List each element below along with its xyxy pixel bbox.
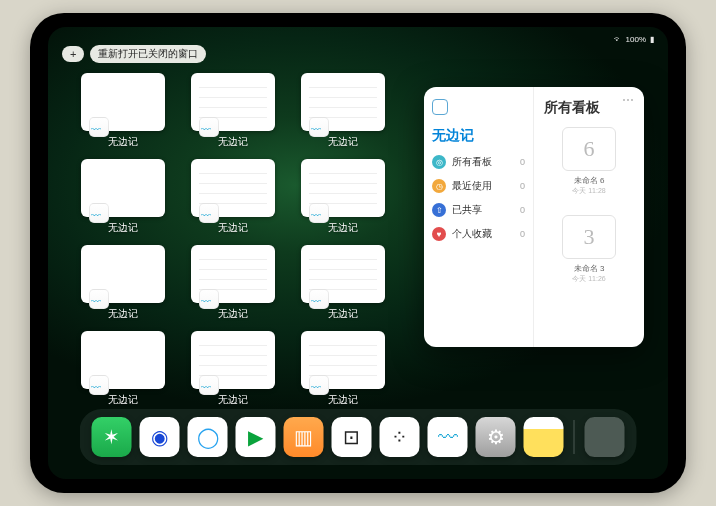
thumbnail-label: 无边记	[218, 221, 248, 235]
board-time: 今天 11:28	[546, 186, 632, 196]
panel-sidebar: 无边记 ◎所有看板0◷最近使用0⇧已共享0♥个人收藏0	[424, 87, 534, 347]
freeform-badge-icon: 〰	[311, 124, 321, 135]
sidebar-item-label: 最近使用	[452, 179, 492, 193]
freeform-badge-icon: 〰	[91, 210, 101, 221]
sidebar-item-已共享[interactable]: ⇧已共享0	[432, 203, 525, 217]
top-pill-row: + 重新打开已关闭的窗口	[62, 45, 206, 63]
panel-content: ⋯ 所有看板 6未命名 6今天 11:283未命名 3今天 11:26	[534, 87, 644, 347]
window-thumbnail[interactable]: 〰无边记	[188, 245, 278, 321]
window-thumbnail[interactable]: 〰无边记	[188, 331, 278, 407]
window-thumbnail[interactable]: 〰无边记	[78, 331, 168, 407]
board-time: 今天 11:26	[546, 274, 632, 284]
thumbnail-label: 无边记	[328, 221, 358, 235]
thumbnail-preview[interactable]: 〰	[81, 331, 165, 389]
sidebar-item-label: 已共享	[452, 203, 482, 217]
sidebar-item-count: 0	[520, 229, 525, 239]
thumbnail-label: 无边记	[218, 307, 248, 321]
thumbnail-label: 无边记	[108, 221, 138, 235]
thumbnail-preview[interactable]: 〰	[301, 73, 385, 131]
thumbnail-preview[interactable]: 〰	[191, 245, 275, 303]
freeform-badge-icon: 〰	[201, 382, 211, 393]
dock-app-settings[interactable]: ⚙	[476, 417, 516, 457]
content-title: 所有看板	[544, 99, 634, 117]
dock-separator	[574, 420, 575, 454]
wifi-icon: ᯤ	[614, 35, 622, 44]
thumbnail-preview[interactable]: 〰	[81, 245, 165, 303]
board-name: 未命名 3	[546, 263, 632, 274]
dock-app-books[interactable]: ▥	[284, 417, 324, 457]
sidebar-item-icon: ⇧	[432, 203, 446, 217]
thumbnail-preview[interactable]: 〰	[191, 331, 275, 389]
sidebar-item-count: 0	[520, 205, 525, 215]
dock: ✶◉◯▶▥⊡⁘〰⚙	[80, 409, 637, 465]
ipad-screen: ᯤ 100% ▮ + 重新打开已关闭的窗口 〰无边记〰无边记〰无边记〰无边记〰无…	[48, 27, 668, 479]
window-thumbnail[interactable]: 〰无边记	[78, 73, 168, 149]
sidebar-item-icon: ♥	[432, 227, 446, 241]
freeform-badge-icon: 〰	[311, 210, 321, 221]
window-thumbnail[interactable]: 〰无边记	[298, 73, 388, 149]
board-thumbnail: 3	[562, 215, 616, 259]
dock-app-freeform[interactable]: 〰	[428, 417, 468, 457]
battery-label: 100%	[626, 35, 646, 44]
thumbnail-preview[interactable]: 〰	[81, 73, 165, 131]
app-library-icon[interactable]	[585, 417, 625, 457]
thumbnail-label: 无边记	[328, 135, 358, 149]
sidebar-item-个人收藏[interactable]: ♥个人收藏0	[432, 227, 525, 241]
thumbnail-preview[interactable]: 〰	[301, 331, 385, 389]
window-thumbnail[interactable]: 〰无边记	[298, 245, 388, 321]
freeform-badge-icon: 〰	[201, 296, 211, 307]
freeform-badge-icon: 〰	[91, 296, 101, 307]
thumbnail-label: 无边记	[108, 307, 138, 321]
app-expose-grid: 〰无边记〰无边记〰无边记〰无边记〰无边记〰无边记〰无边记〰无边记〰无边记〰无边记…	[78, 73, 418, 407]
window-thumbnail[interactable]: 〰无边记	[78, 159, 168, 235]
dock-app-tencent-video[interactable]: ▶	[236, 417, 276, 457]
dock-app-app-white-square[interactable]: ⊡	[332, 417, 372, 457]
thumbnail-label: 无边记	[108, 135, 138, 149]
sidebar-item-icon: ◎	[432, 155, 446, 169]
freeform-badge-icon: 〰	[311, 382, 321, 393]
thumbnail-preview[interactable]: 〰	[191, 159, 275, 217]
thumbnail-preview[interactable]: 〰	[81, 159, 165, 217]
thumbnail-label: 无边记	[218, 393, 248, 407]
thumbnail-label: 无边记	[328, 393, 358, 407]
freeform-panel[interactable]: 无边记 ◎所有看板0◷最近使用0⇧已共享0♥个人收藏0 ⋯ 所有看板 6未命名 …	[424, 87, 644, 347]
sidebar-item-icon: ◷	[432, 179, 446, 193]
battery-icon: ▮	[650, 35, 654, 44]
more-icon[interactable]: ⋯	[622, 93, 634, 107]
freeform-badge-icon: 〰	[201, 210, 211, 221]
ipad-frame: ᯤ 100% ▮ + 重新打开已关闭的窗口 〰无边记〰无边记〰无边记〰无边记〰无…	[30, 13, 686, 493]
freeform-badge-icon: 〰	[311, 296, 321, 307]
sidebar-item-label: 所有看板	[452, 155, 492, 169]
thumbnail-preview[interactable]: 〰	[191, 73, 275, 131]
thumbnail-label: 无边记	[328, 307, 358, 321]
freeform-badge-icon: 〰	[201, 124, 211, 135]
window-thumbnail[interactable]: 〰无边记	[78, 245, 168, 321]
thumbnail-preview[interactable]: 〰	[301, 245, 385, 303]
dock-app-quark-browser[interactable]: ◉	[140, 417, 180, 457]
new-window-button[interactable]: +	[62, 46, 84, 62]
sidebar-item-count: 0	[520, 157, 525, 167]
sidebar-item-label: 个人收藏	[452, 227, 492, 241]
sidebar-title: 无边记	[432, 127, 525, 145]
window-thumbnail[interactable]: 〰无边记	[188, 159, 278, 235]
thumbnail-label: 无边记	[108, 393, 138, 407]
board-thumbnail: 6	[562, 127, 616, 171]
window-thumbnail[interactable]: 〰无边记	[298, 159, 388, 235]
thumbnail-preview[interactable]: 〰	[301, 159, 385, 217]
window-thumbnail[interactable]: 〰无边记	[188, 73, 278, 149]
sidebar-item-所有看板[interactable]: ◎所有看板0	[432, 155, 525, 169]
sidebar-item-count: 0	[520, 181, 525, 191]
dock-app-app-dots[interactable]: ⁘	[380, 417, 420, 457]
thumbnail-label: 无边记	[218, 135, 248, 149]
dock-app-wechat[interactable]: ✶	[92, 417, 132, 457]
sidebar-item-最近使用[interactable]: ◷最近使用0	[432, 179, 525, 193]
window-thumbnail[interactable]: 〰无边记	[298, 331, 388, 407]
freeform-badge-icon: 〰	[91, 124, 101, 135]
reopen-closed-window-button[interactable]: 重新打开已关闭的窗口	[90, 45, 206, 63]
dock-app-qq-browser[interactable]: ◯	[188, 417, 228, 457]
freeform-app-icon	[432, 99, 448, 115]
freeform-badge-icon: 〰	[91, 382, 101, 393]
dock-app-notes[interactable]	[524, 417, 564, 457]
board-card[interactable]: 3未命名 3今天 11:26	[546, 215, 632, 291]
board-card[interactable]: 6未命名 6今天 11:28	[546, 127, 632, 203]
